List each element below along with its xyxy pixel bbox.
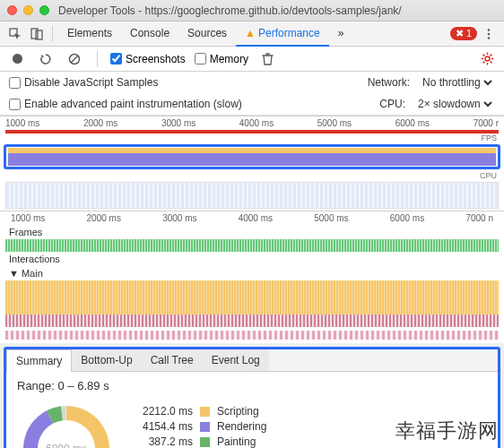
- overview-timeline[interactable]: 1000 ms 2000 ms 3000 ms 4000 ms 5000 ms …: [0, 116, 504, 211]
- range-text: Range: 0 – 6.89 s: [6, 372, 498, 392]
- disable-js-label: Disable JavaScript Samples: [24, 76, 158, 89]
- settings-row-1: Disable JavaScript Samples Network: No t…: [0, 72, 504, 93]
- svg-point-6: [13, 54, 22, 64]
- traffic-lights: [7, 5, 49, 15]
- time-breakdown-donut: 6890 ms: [17, 400, 116, 448]
- garbage-collect-icon[interactable]: [257, 49, 277, 69]
- main-section-label[interactable]: ▼ Main: [5, 266, 499, 280]
- reload-record-icon[interactable]: [36, 49, 56, 69]
- tab-console[interactable]: Console: [121, 22, 178, 47]
- cpu-throttle-select[interactable]: 2× slowdown: [414, 97, 495, 111]
- frames-section-label: Frames: [5, 225, 499, 239]
- tab-performance-label: Performance: [258, 27, 320, 39]
- settings-gear-icon[interactable]: [477, 49, 497, 69]
- svg-point-5: [488, 37, 491, 39]
- network-throttle-select[interactable]: No throttling: [419, 75, 495, 90]
- fps-label: FPS: [0, 134, 504, 142]
- settings-row-2: Enable advanced paint instrumentation (s…: [0, 93, 504, 115]
- tab-bottom-up[interactable]: Bottom-Up: [72, 349, 141, 371]
- interactions-section-label: Interactions: [5, 252, 499, 266]
- enable-paint-checkbox[interactable]: Enable advanced paint instrumentation (s…: [9, 98, 242, 110]
- close-window-button[interactable]: [7, 5, 17, 15]
- tab-summary[interactable]: Summary: [6, 349, 72, 372]
- tab-elements[interactable]: Elements: [58, 22, 121, 47]
- window-titlebar: Developer Tools - https://googlechrome.g…: [0, 0, 504, 22]
- clear-icon[interactable]: [65, 49, 84, 69]
- kebab-menu-icon[interactable]: [479, 24, 499, 44]
- summary-tab-row: Summary Bottom-Up Call Tree Event Log: [6, 349, 498, 372]
- tab-performance[interactable]: ▲Performance: [236, 22, 329, 47]
- screenshots-checkbox[interactable]: Screenshots: [110, 53, 186, 65]
- main-thread-flame[interactable]: [5, 280, 499, 327]
- svg-point-4: [488, 32, 491, 35]
- devtools-main-toolbar: Elements Console Sources ▲Performance » …: [0, 22, 504, 47]
- tab-call-tree[interactable]: Call Tree: [142, 349, 203, 371]
- performance-toolbar: Screenshots Memory: [0, 47, 504, 72]
- zoom-window-button[interactable]: [39, 5, 49, 15]
- svg-line-8: [71, 56, 78, 63]
- cpu-label: CPU: [0, 171, 504, 180]
- legend-row: 2212.0 ms Scripting: [130, 405, 266, 418]
- screenshots-label: Screenshots: [126, 53, 186, 65]
- svg-point-9: [485, 56, 490, 61]
- legend-row: 387.2 ms Painting: [130, 435, 266, 448]
- minimize-window-button[interactable]: [23, 5, 33, 15]
- memory-label: Memory: [210, 53, 248, 65]
- main-tab-row: Elements Console Sources ▲Performance »: [58, 22, 352, 47]
- swatch-scripting: [200, 407, 210, 417]
- frames-band[interactable]: [5, 239, 499, 252]
- cpu-label: CPU:: [379, 98, 405, 110]
- tab-event-log[interactable]: Event Log: [203, 349, 269, 371]
- error-count-badge[interactable]: ✖ 1: [450, 27, 477, 40]
- flame-chart-area[interactable]: 1000 ms 2000 ms 3000 ms 4000 ms 5000 ms …: [0, 211, 504, 343]
- device-toolbar-icon[interactable]: [27, 24, 47, 44]
- watermark-text: 幸福手游网: [395, 418, 499, 444]
- swatch-rendering: [200, 422, 210, 432]
- tab-overflow-button[interactable]: »: [329, 22, 353, 47]
- swatch-painting: [200, 437, 210, 447]
- window-title: Developer Tools - https://googlechrome.g…: [58, 4, 402, 17]
- svg-point-3: [488, 29, 491, 31]
- network-label: Network:: [368, 76, 410, 89]
- legend-row: 4154.4 ms Rendering: [130, 420, 266, 433]
- donut-legend: 2212.0 ms Scripting 4154.4 ms Rendering …: [130, 405, 266, 448]
- record-icon[interactable]: [7, 49, 27, 69]
- disable-js-checkbox[interactable]: Disable JavaScript Samples: [9, 76, 158, 89]
- flame-ruler: 1000 ms 2000 ms 3000 ms 4000 ms 5000 ms …: [5, 211, 499, 225]
- overview-ruler: 1000 ms 2000 ms 3000 ms 4000 ms 5000 ms …: [0, 116, 504, 130]
- memory-checkbox[interactable]: Memory: [195, 53, 248, 65]
- toolbar-divider: [52, 26, 53, 42]
- enable-paint-label: Enable advanced paint instrumentation (s…: [24, 98, 242, 110]
- warning-icon: ▲: [245, 27, 256, 39]
- raster-band[interactable]: [5, 331, 499, 340]
- tab-sources[interactable]: Sources: [178, 22, 236, 47]
- inspect-element-icon[interactable]: [5, 24, 25, 44]
- cpu-band: [8, 148, 496, 166]
- donut-total-label: 6890 ms: [17, 400, 116, 448]
- cpu-highlight-box: [4, 144, 500, 169]
- screenshot-filmstrip[interactable]: [5, 182, 499, 209]
